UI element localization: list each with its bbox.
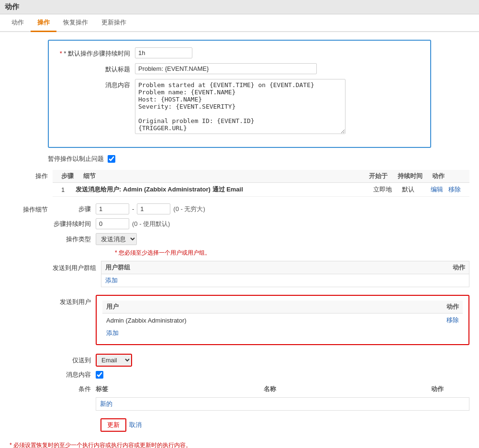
step-dash: -	[132, 205, 134, 213]
ops-col-detail-header: 细节	[78, 172, 364, 180]
ops-cell-duration: 默认	[397, 185, 426, 194]
default-settings-box: * * 默认操作步骤持续时间 默认标题 消息内容 Problem started…	[48, 40, 431, 148]
msg-content-row: 消息内容	[53, 370, 469, 379]
send-group-add-wrap: 添加	[101, 274, 469, 287]
step-row: 步骤 - (0 - 无穷大)	[53, 203, 469, 214]
step-from-input[interactable]	[96, 203, 129, 214]
pause-checkbox[interactable]	[108, 155, 115, 163]
send-user-cell-user: Admin (Zabbix Administrator)	[106, 317, 421, 324]
send-group-col-user: 用户群组	[105, 263, 427, 272]
conditions-label: 条件	[53, 383, 96, 393]
cancel-detail-link[interactable]: 取消	[129, 421, 142, 429]
update-detail-button[interactable]: 更新	[100, 418, 126, 432]
tabs-bar: 动作 操作 恢复操作 更新操作	[0, 14, 479, 32]
op-type-select-wrap: 发送消息	[96, 233, 137, 245]
ops-col-duration-header: 持续时间	[393, 172, 427, 180]
default-step-duration-row: * * 默认操作步骤持续时间	[58, 47, 421, 58]
conditions-add-wrap: 新的	[96, 398, 469, 410]
only-send-to-select-box: EmailSMSJabber	[96, 354, 132, 367]
step-duration-label: 步骤持续时间	[53, 220, 96, 228]
send-group-col-action: 动作	[427, 263, 465, 272]
send-group-add-link[interactable]: 添加	[105, 277, 118, 284]
operations-section: 操作 步骤 细节 开始于 持续时间 动作 1 发送消息给用户: Admin (Z…	[10, 170, 469, 197]
send-user-remove-link[interactable]: 移除	[446, 316, 459, 324]
send-user-col-user: 用户	[106, 302, 421, 311]
msg-content-label: 消息内容	[53, 370, 96, 379]
step-duration-inputs: (0 - 使用默认)	[96, 218, 170, 229]
conditions-table: 新的	[96, 397, 469, 411]
send-user-row: 发送到用户 用户 动作 Admin (Zabbix Administrator)…	[53, 295, 469, 350]
conditions-add-link[interactable]: 新的	[100, 400, 112, 407]
send-group-table-wrap: 用户群组 动作 添加	[101, 261, 469, 291]
send-group-label: 发送到用户群组	[53, 261, 101, 272]
ops-cell-start: 立即地	[368, 185, 397, 194]
message-content-textarea[interactable]: Problem started at {EVENT.TIME} on {EVEN…	[135, 79, 345, 134]
ops-col-start-header: 开始于	[364, 172, 393, 180]
ops-cell-actions: 编辑 移除	[426, 185, 466, 194]
send-user-cell-action: 移除	[421, 316, 459, 325]
default-step-duration-label: * * 默认操作步骤持续时间	[58, 47, 135, 58]
send-user-red-box: 用户 动作 Admin (Zabbix Administrator) 移除 添加	[96, 295, 469, 345]
send-user-add-link[interactable]: 添加	[106, 329, 119, 336]
ops-col-action-header: 动作	[427, 172, 466, 180]
validation-msg: * 您必须至少选择一个用户或用户组。	[115, 249, 469, 257]
only-send-to-row: 仅送到 EmailSMSJabber	[53, 354, 469, 367]
default-step-duration-input[interactable]	[135, 47, 192, 58]
step-duration-input[interactable]	[96, 218, 129, 229]
footer-note: * 必须设置恢复时的至少一个执行内容或执行内容或更新时的执行内容。	[10, 441, 469, 448]
default-subject-input-wrap	[135, 63, 421, 74]
step-to-input[interactable]	[137, 203, 170, 214]
step-duration-hint: (0 - 使用默认)	[132, 220, 170, 228]
tab-action[interactable]: 动作	[5, 14, 31, 32]
step-label: 步骤	[53, 205, 96, 213]
page-title: 动作	[0, 0, 479, 14]
conditions-header: 标签 名称 动作	[96, 383, 469, 395]
send-user-col-action: 动作	[421, 302, 459, 311]
cond-col-tag: 标签	[96, 385, 264, 393]
ops-cell-detail: 发送消息给用户: Admin (Zabbix Administrator) 通过…	[71, 185, 368, 194]
default-subject-label: 默认标题	[58, 63, 135, 74]
edit-op-link[interactable]: 编辑	[431, 186, 443, 193]
message-content-row: 消息内容 Problem started at {EVENT.TIME} on …	[58, 79, 421, 135]
msg-content-checkbox[interactable]	[96, 371, 103, 379]
only-send-to-select[interactable]: EmailSMSJabber	[97, 355, 131, 366]
op-type-label: 操作类型	[53, 235, 96, 244]
send-group-table: 用户群组 动作 添加	[101, 261, 469, 287]
op-detail-inner: 步骤 - (0 - 无穷大) 步骤持续时间 (0 - 使用默认) 操作类型	[53, 203, 469, 437]
ops-col-step-header: 步骤	[56, 172, 78, 180]
only-send-to-label: 仅送到	[53, 356, 96, 365]
pause-row: 暂停操作以制止问题	[48, 155, 469, 163]
send-user-add-wrap: 添加	[102, 327, 463, 339]
step-inputs: - (0 - 无穷大)	[96, 203, 205, 214]
ops-table-row: 1 发送消息给用户: Admin (Zabbix Administrator) …	[53, 183, 469, 197]
message-content-input-wrap: Problem started at {EVENT.TIME} on {EVEN…	[135, 79, 421, 135]
conditions-row: 条件 标签 名称 动作 新的	[53, 383, 469, 414]
step-range-hint: (0 - 无穷大)	[173, 205, 205, 213]
ops-table-header: 步骤 细节 开始于 持续时间 动作	[53, 170, 469, 183]
op-detail-label-outer: 操作细节	[14, 203, 53, 214]
update-cancel-row: 更新 取消	[100, 418, 469, 432]
conditions-table-wrap: 标签 名称 动作 新的	[96, 383, 469, 414]
pause-label: 暂停操作以制止问题	[48, 155, 104, 163]
send-group-row: 发送到用户群组 用户群组 动作 添加	[53, 261, 469, 291]
tab-update[interactable]: 更新操作	[95, 14, 133, 32]
default-subject-input[interactable]	[135, 63, 317, 74]
default-subject-row: 默认标题	[58, 63, 421, 74]
tab-operation[interactable]: 操作	[31, 14, 56, 32]
cond-col-name: 名称	[264, 385, 432, 393]
operations-label: 操作	[14, 170, 53, 180]
send-user-label: 发送到用户	[53, 295, 96, 306]
remove-op-link[interactable]: 移除	[448, 186, 461, 193]
op-type-row: 操作类型 发送消息	[53, 233, 469, 245]
main-content: * * 默认操作步骤持续时间 默认标题 消息内容 Problem started…	[0, 32, 479, 448]
ops-cell-step: 1	[56, 186, 71, 193]
send-user-table-row: Admin (Zabbix Administrator) 移除	[102, 314, 463, 327]
op-type-select[interactable]: 发送消息	[96, 233, 137, 245]
ops-table-wrap: 步骤 细节 开始于 持续时间 动作 1 发送消息给用户: Admin (Zabb…	[53, 170, 469, 197]
step-duration-row: 步骤持续时间 (0 - 使用默认)	[53, 218, 469, 229]
send-user-header: 用户 动作	[102, 301, 463, 314]
tab-recovery[interactable]: 恢复操作	[56, 14, 95, 32]
cond-col-action: 动作	[431, 385, 469, 393]
send-user-table-wrap: 用户 动作 Admin (Zabbix Administrator) 移除 添加	[96, 295, 469, 350]
send-group-header: 用户群组 动作	[101, 261, 469, 274]
